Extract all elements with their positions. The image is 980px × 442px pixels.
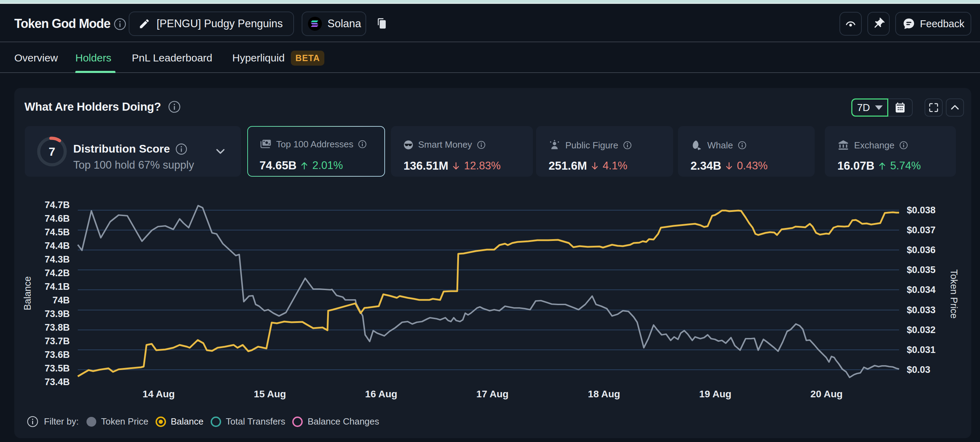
svg-text:17 Aug: 17 Aug [476,389,509,399]
svg-text:19 Aug: 19 Aug [699,389,731,399]
svg-text:74.2B: 74.2B [45,268,70,278]
svg-text:$0.031: $0.031 [907,345,936,355]
svg-text:$0.034: $0.034 [907,284,936,295]
svg-text:$0.032: $0.032 [907,325,936,335]
svg-text:$0.036: $0.036 [907,245,936,255]
svg-text:73.6B: 73.6B [45,349,70,360]
svg-text:$0.033: $0.033 [907,305,936,315]
svg-text:18 Aug: 18 Aug [588,389,620,399]
svg-text:$0.035: $0.035 [907,265,936,275]
svg-text:73.7B: 73.7B [45,336,70,346]
svg-text:74.1B: 74.1B [45,281,70,292]
svg-text:Balance: Balance [22,276,33,310]
svg-text:14 Aug: 14 Aug [143,389,175,399]
svg-text:74.7B: 74.7B [45,200,70,210]
svg-text:$0.03: $0.03 [907,364,931,375]
svg-text:73.8B: 73.8B [45,322,70,333]
svg-text:74B: 74B [52,295,70,305]
svg-text:20 Aug: 20 Aug [810,389,843,399]
svg-text:74.6B: 74.6B [45,213,70,224]
svg-text:74.4B: 74.4B [45,241,70,251]
svg-text:73.9B: 73.9B [45,309,70,319]
svg-text:74.3B: 74.3B [45,254,70,265]
svg-text:$0.038: $0.038 [907,205,936,215]
svg-text:Token Price: Token Price [948,269,959,318]
svg-text:74.5B: 74.5B [45,227,70,238]
svg-text:15 Aug: 15 Aug [254,389,286,399]
svg-text:73.5B: 73.5B [45,363,70,373]
svg-text:73.4B: 73.4B [45,377,70,387]
svg-text:16 Aug: 16 Aug [365,389,397,399]
svg-text:$0.037: $0.037 [907,225,936,235]
